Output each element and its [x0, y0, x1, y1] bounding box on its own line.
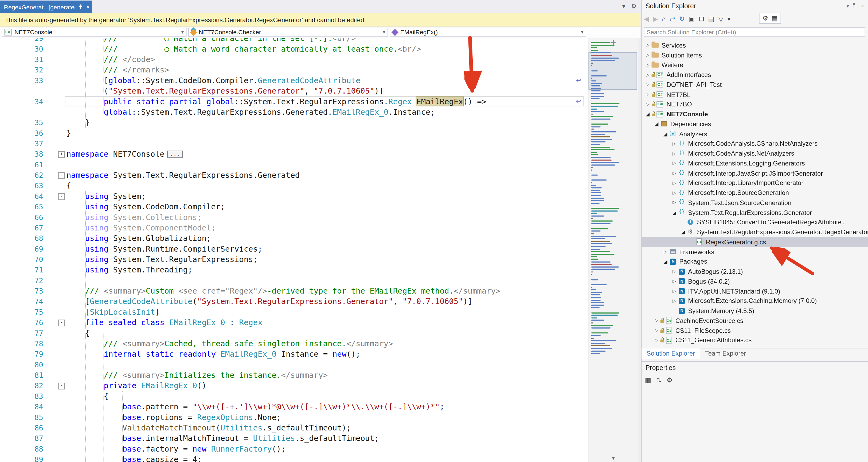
expand-icon[interactable]: ▷ — [670, 161, 678, 166]
expand-icon[interactable]: ▷ — [644, 73, 652, 78]
collapsed-region-indicator[interactable]: ... — [167, 151, 183, 158]
tree-item[interactable]: ▷CachingEventSource.cs — [642, 316, 868, 326]
expand-icon[interactable]: ▷ — [670, 269, 678, 274]
properties-wrench-icon[interactable]: ⚙ — [762, 13, 768, 23]
expand-icon[interactable]: ▷ — [670, 200, 678, 205]
window-position-icon[interactable]: ▾ — [846, 3, 849, 9]
expand-icon[interactable]: ▷ — [670, 180, 678, 185]
outline-collapse-icon[interactable]: - — [58, 319, 65, 326]
alphabetical-icon[interactable]: ⇅ — [656, 375, 662, 385]
scroll-down-icon[interactable]: ▼ — [588, 454, 638, 462]
close-icon[interactable]: × — [86, 4, 90, 10]
collapse-icon[interactable]: ◢ — [670, 210, 678, 215]
tree-item[interactable]: ▷AutoBogus (2.13.1) — [642, 266, 868, 277]
minimap-line — [591, 195, 601, 196]
filter-dropdown-icon[interactable]: ▾ — [727, 14, 731, 24]
document-dropdown-icon[interactable]: ▾ — [622, 3, 625, 10]
tree-item[interactable]: ▷Microsoft.Extensions.Caching.Memory (7.… — [642, 296, 868, 306]
expand-icon[interactable]: ▷ — [644, 82, 652, 87]
show-all-files-icon[interactable]: ▤ — [708, 14, 715, 24]
minimap-scrollbar[interactable]: ▼ — [588, 38, 638, 462]
tree-item[interactable]: ▷Bogus (34.0.2) — [642, 277, 868, 286]
refresh-icon[interactable]: ↻ — [679, 14, 685, 24]
pin-icon[interactable] — [851, 3, 857, 8]
pin-icon[interactable] — [78, 4, 83, 10]
outline-collapse-icon[interactable]: - — [58, 383, 65, 389]
tree-item[interactable]: ▷Microsoft.Extensions.Logging.Generators — [642, 158, 868, 168]
tree-item[interactable]: ▷System.Text.Json.SourceGeneration — [642, 198, 868, 208]
collapse-icon[interactable]: ◢ — [661, 131, 669, 137]
expand-icon[interactable]: ▷ — [644, 53, 652, 58]
expand-icon[interactable]: ▷ — [644, 43, 652, 48]
tree-item[interactable]: ◢Dependencies — [642, 119, 868, 129]
outline-expand-icon[interactable]: + — [58, 151, 65, 158]
tree-item[interactable]: ▷NET7BO — [642, 99, 868, 109]
tree-item[interactable]: ▷Solution Items — [642, 50, 868, 60]
expand-icon[interactable]: ▷ — [644, 63, 652, 68]
expand-icon[interactable]: ▷ — [653, 338, 660, 343]
editor-options-icon[interactable]: ⚙ — [631, 3, 637, 10]
expand-icon[interactable]: ▷ — [644, 92, 652, 97]
back-icon[interactable]: ◀ — [644, 14, 649, 24]
tab-solution-explorer[interactable]: Solution Explorer — [642, 348, 700, 359]
expand-icon[interactable]: ▷ — [653, 318, 660, 323]
tree-item[interactable]: ▷Microsoft.CodeAnalysis.NetAnalyzers — [642, 149, 868, 158]
tree-item[interactable]: RegexGenerator.g.cs — [642, 237, 868, 247]
close-icon[interactable]: × — [861, 3, 864, 9]
tree-item[interactable]: ▷DOTNET_API_Test — [642, 80, 868, 90]
expand-icon[interactable]: ▷ — [653, 328, 660, 333]
project-dropdown[interactable]: NET7Console ▾ — [2, 28, 186, 37]
expand-icon[interactable]: ▷ — [670, 279, 678, 284]
collapse-icon[interactable]: ◢ — [644, 112, 652, 117]
tree-item[interactable]: ▷Services — [642, 40, 868, 50]
home-icon[interactable]: ⌂ — [662, 14, 666, 24]
expand-icon[interactable]: ▷ — [670, 289, 678, 294]
code-area[interactable]: 29 /// ○ Match a character in the set [-… — [0, 38, 588, 462]
splitter-icon[interactable] — [611, 40, 616, 45]
expand-icon[interactable]: ▷ — [661, 250, 669, 255]
collapse-icon[interactable]: ◢ — [679, 229, 687, 235]
tree-item[interactable]: ◢Packages — [642, 257, 868, 266]
nest-files-icon[interactable]: ▣ — [688, 14, 695, 24]
tree-item[interactable]: SYSLIB1045: Convert to 'GeneratedRegexAt… — [642, 218, 868, 227]
tree-item[interactable]: ▷ITV.AppUtil.NETStandard (9.1.0) — [642, 286, 868, 296]
tree-item[interactable]: ◢System.Text.RegularExpressions.Generato… — [642, 227, 868, 237]
tree-item[interactable]: ▷Frameworks — [642, 247, 868, 257]
tree-item[interactable]: ▷Microsoft.Interop.LibraryImportGenerato… — [642, 178, 868, 188]
expand-icon[interactable]: ▷ — [670, 298, 678, 304]
outline-collapse-icon[interactable]: - — [58, 193, 65, 200]
member-dropdown[interactable]: EMailRegEx() ▾ — [390, 28, 586, 37]
collapse-all-icon[interactable]: ⊟ — [699, 14, 704, 24]
tree-item[interactable]: System.Memory (4.5.5) — [642, 306, 868, 316]
expand-icon[interactable]: ▷ — [670, 190, 678, 196]
collapse-icon[interactable]: ◢ — [661, 259, 669, 264]
outline-collapse-icon[interactable]: - — [58, 172, 65, 179]
filter-icon[interactable]: ▽ — [718, 14, 723, 24]
tree-item[interactable]: ▷Microsoft.CodeAnalysis.CSharp.NetAnalyz… — [642, 139, 868, 149]
tree-item[interactable]: ▷NET7BL — [642, 90, 868, 99]
tree-item[interactable]: ▷Microsoft.Interop.SourceGeneration — [642, 188, 868, 198]
tree-item[interactable]: ▷AddInInterfaces — [642, 70, 868, 80]
expand-icon[interactable]: ▷ — [670, 171, 678, 176]
sync-with-active-document-icon[interactable]: ⇄ — [670, 14, 675, 24]
tab-team-explorer[interactable]: Team Explorer — [700, 348, 751, 359]
properties-title-bar: Properties — [642, 361, 868, 373]
type-dropdown[interactable]: NET7Console.Checker ▾ — [188, 28, 388, 37]
categorized-icon[interactable]: ▦ — [645, 375, 651, 385]
forward-icon[interactable]: ▶ — [653, 14, 658, 24]
tree-item[interactable]: ◢System.Text.RegularExpressions.Generato… — [642, 207, 868, 218]
expand-icon[interactable]: ▷ — [644, 102, 652, 107]
collapse-icon[interactable]: ◢ — [653, 121, 660, 127]
tree-item[interactable]: ◢NET7Console — [642, 109, 868, 119]
tree-item[interactable]: ▷Microsoft.Interop.JavaScript.JSImportGe… — [642, 168, 868, 178]
tree-item[interactable]: ▷CS11_GenericAttributes.cs — [642, 336, 868, 345]
property-pages-icon[interactable]: ⚙ — [666, 375, 673, 385]
document-tab[interactable]: RegexGenerat...[generated] × — [0, 1, 92, 13]
preview-selected-items-icon[interactable]: ▤ — [772, 13, 778, 23]
tree-item[interactable]: ◢Analyzers — [642, 129, 868, 139]
search-input[interactable] — [644, 27, 865, 37]
expand-icon[interactable]: ▷ — [670, 151, 678, 156]
tree-item[interactable]: ▷CS11_FileScope.cs — [642, 326, 868, 336]
tree-item[interactable]: ▷Weitere — [642, 60, 868, 70]
expand-icon[interactable]: ▷ — [670, 141, 678, 146]
